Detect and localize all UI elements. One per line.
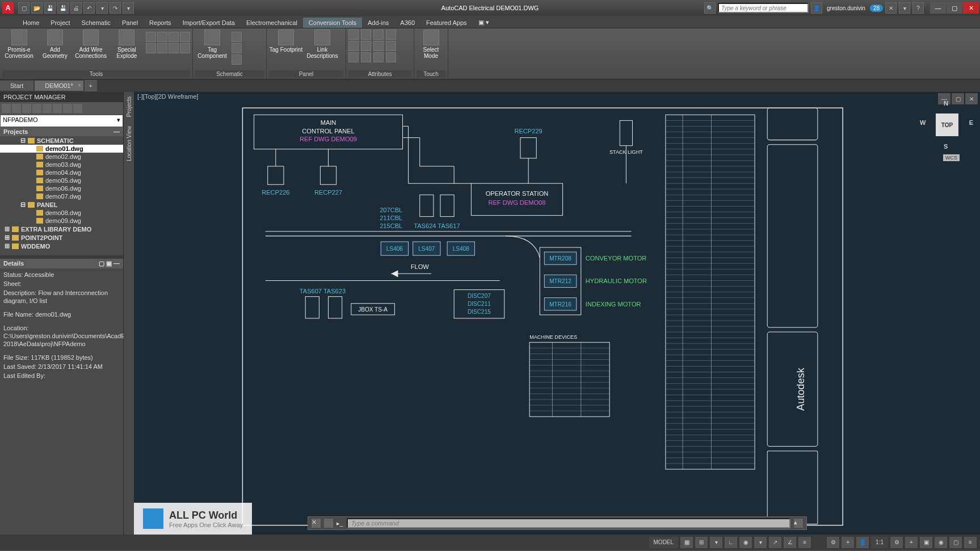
attr-sm-8[interactable] xyxy=(386,41,396,51)
attr-sm-10[interactable] xyxy=(361,52,371,62)
pm-new-icon[interactable] xyxy=(2,104,11,113)
tab-project[interactable]: Project xyxy=(45,18,75,28)
schem-sm-1[interactable] xyxy=(232,32,242,42)
tree-file-demo08[interactable]: demo08.dwg xyxy=(0,209,123,217)
command-line[interactable]: ✕ ▸_ ▴ xyxy=(308,516,807,530)
status-annomonitor-icon[interactable]: + xyxy=(842,537,854,548)
ribbon-expand-icon[interactable]: ▣ ▾ xyxy=(473,17,495,28)
tree-file-demo09[interactable]: demo09.dwg xyxy=(0,217,123,225)
attr-sm-5[interactable] xyxy=(348,41,359,51)
attr-sm-12[interactable] xyxy=(386,52,396,62)
status-scale[interactable]: 1:1 xyxy=(871,537,888,548)
attr-sm-9[interactable] xyxy=(348,52,359,62)
tree-extra-library[interactable]: ⊞ EXTRA LIBRARY DEMO xyxy=(0,225,123,233)
pm-tree[interactable]: ⊟ SCHEMATIC demo01.dwg demo02.dwg demo03… xyxy=(0,136,123,255)
tab-panel[interactable]: Panel xyxy=(116,18,144,28)
status-layout-icon[interactable]: ▾ xyxy=(710,537,722,548)
cube-n[interactable]: N xyxy=(944,100,948,107)
tab-importexport[interactable]: Import/Export Data xyxy=(177,18,241,28)
tools-sm-2[interactable] xyxy=(157,32,167,42)
tab-featuredapps[interactable]: Featured Apps xyxy=(420,18,473,28)
tree-schematic[interactable]: ⊟ SCHEMATIC xyxy=(0,136,123,145)
tools-sm-7[interactable] xyxy=(169,43,179,53)
pm-open-icon[interactable] xyxy=(12,104,21,113)
command-input[interactable] xyxy=(347,518,790,528)
tree-file-demo03[interactable]: demo03.dwg xyxy=(0,161,123,169)
view-cube[interactable]: N S E W TOP xyxy=(924,102,970,148)
tab-schematic[interactable]: Schematic xyxy=(76,18,116,28)
pm-settings-icon[interactable] xyxy=(63,104,72,113)
status-ortho-icon[interactable]: ∟ xyxy=(725,537,737,548)
tab-reports[interactable]: Reports xyxy=(144,18,177,28)
tree-file-demo06[interactable]: demo06.dwg xyxy=(0,184,123,192)
tools-sm-3[interactable] xyxy=(169,32,179,42)
tab-addins[interactable]: Add-ins xyxy=(362,18,394,28)
select-mode-button[interactable]: Select Mode xyxy=(417,30,445,59)
qat-undo-icon[interactable]: ↶ xyxy=(83,2,95,14)
attr-sm-11[interactable] xyxy=(373,52,384,62)
exchange-icon[interactable]: ✕ xyxy=(885,2,897,14)
sidetab-location[interactable]: Location View xyxy=(126,121,132,166)
tools-sm-4[interactable] xyxy=(180,32,190,42)
notification-badge[interactable]: 28 xyxy=(870,5,883,12)
link-descriptions-button[interactable]: Link Descriptions xyxy=(305,30,339,59)
status-gear-icon[interactable]: ⚙ xyxy=(890,537,903,548)
attr-sm-2[interactable] xyxy=(361,30,371,40)
tools-sm-5[interactable] xyxy=(146,43,156,53)
attr-sm-3[interactable] xyxy=(373,30,384,40)
maximize-button[interactable]: ▢ xyxy=(947,2,962,14)
drawing-canvas[interactable]: [-][Top][2D Wireframe] — ▢ ✕ MAIN CONTRO… xyxy=(134,92,980,535)
pm-zip-icon[interactable] xyxy=(43,104,52,113)
doctab-add-button[interactable]: + xyxy=(85,80,97,91)
qat-saveall-icon[interactable]: 💾 xyxy=(57,2,69,14)
status-customize-icon[interactable]: ≡ xyxy=(964,537,977,548)
tab-electromechanical[interactable]: Electromechanical xyxy=(241,18,303,28)
tree-wddemo[interactable]: ⊞ WDDEMO xyxy=(0,242,123,250)
tree-file-demo07[interactable]: demo07.dwg xyxy=(0,192,123,200)
status-annoscale-icon[interactable]: 👤 xyxy=(856,537,869,548)
attr-sm-6[interactable] xyxy=(361,41,371,51)
tab-home[interactable]: Home xyxy=(17,18,45,28)
minimize-button[interactable]: — xyxy=(930,2,946,14)
status-plus-icon[interactable]: + xyxy=(905,537,918,548)
cube-s[interactable]: S xyxy=(944,143,948,150)
tree-file-demo01[interactable]: demo01.dwg xyxy=(0,145,123,153)
status-otrack-icon[interactable]: ∠ xyxy=(784,537,796,548)
add-geometry-button[interactable]: Add Geometry xyxy=(38,30,71,59)
infocenter-search-icon[interactable]: 🔍 xyxy=(704,2,716,14)
status-snap-icon[interactable]: ⊞ xyxy=(695,537,708,548)
help-icon[interactable]: ? xyxy=(912,2,924,14)
schem-sm-2[interactable] xyxy=(232,43,242,53)
add-wire-connections-button[interactable]: Add Wire Connections xyxy=(74,30,108,59)
tab-a360[interactable]: A360 xyxy=(394,18,420,28)
infocenter-search-input[interactable] xyxy=(718,3,809,13)
status-hwaccel-icon[interactable]: ◉ xyxy=(935,537,947,548)
qat-open-icon[interactable]: 📂 xyxy=(31,2,43,14)
tools-sm-6[interactable] xyxy=(157,43,167,53)
cmd-customize-icon[interactable] xyxy=(324,519,333,528)
tools-sm-1[interactable] xyxy=(146,32,156,42)
qat-redo-dd-icon[interactable]: ▾ xyxy=(123,2,134,14)
pm-search-icon[interactable] xyxy=(53,104,62,113)
status-model[interactable]: MODEL xyxy=(649,537,679,548)
qat-save-icon[interactable]: 💾 xyxy=(44,2,56,14)
status-ws-icon[interactable]: ⚙ xyxy=(827,537,839,548)
tree-file-demo05[interactable]: demo05.dwg xyxy=(0,176,123,184)
signin-icon[interactable]: 👤 xyxy=(811,2,822,14)
tag-component-button[interactable]: Tag Component xyxy=(195,30,229,59)
tag-footprint-button[interactable]: Tag Footprint xyxy=(269,30,303,53)
tree-file-demo04[interactable]: demo04.dwg xyxy=(0,169,123,176)
pm-plot-icon[interactable] xyxy=(32,104,41,113)
qat-new-icon[interactable]: ▢ xyxy=(18,2,30,14)
schem-sm-3[interactable] xyxy=(232,54,242,65)
wcs-badge[interactable]: WCS xyxy=(943,154,960,161)
tree-file-demo02[interactable]: demo02.dwg xyxy=(0,153,123,161)
promise-conversion-button[interactable]: Promis-e Conversion xyxy=(2,30,36,59)
special-explode-button[interactable]: Special Explode xyxy=(110,30,144,59)
tools-sm-8[interactable] xyxy=(180,43,190,53)
qat-redo-icon[interactable]: ↷ xyxy=(110,2,121,14)
attr-sm-1[interactable] xyxy=(348,30,359,40)
doctab-start[interactable]: Start xyxy=(0,81,33,91)
pm-refresh-icon[interactable] xyxy=(22,104,31,113)
cube-e[interactable]: E xyxy=(969,119,973,126)
